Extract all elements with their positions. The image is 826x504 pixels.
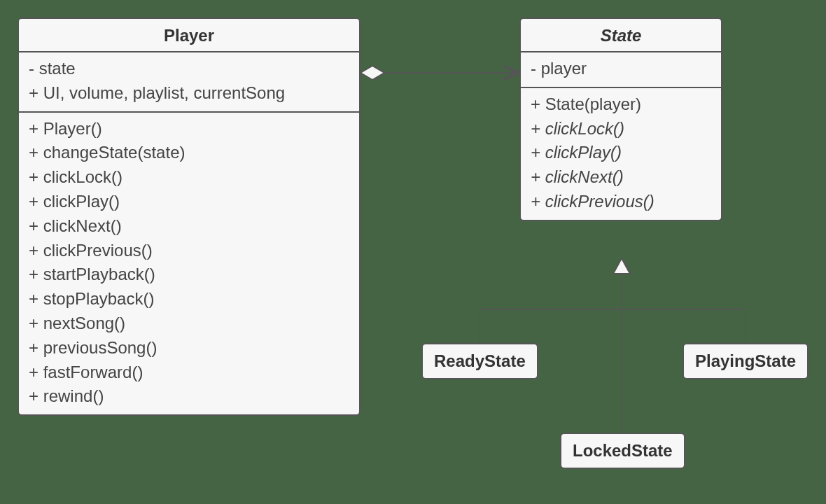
player-method: + stopPlayback() [29, 287, 349, 312]
player-attr: - state [29, 57, 349, 81]
player-methods: + Player() + changeState(state) + clickL… [19, 113, 359, 415]
player-method: + previousSong() [29, 336, 349, 360]
player-method: + clickPlay() [29, 190, 349, 214]
player-title: Player [19, 19, 359, 52]
state-method: + clickLock() [531, 117, 711, 141]
player-method: + Player() [29, 117, 349, 141]
state-method: + clickPrevious() [531, 190, 711, 214]
svg-marker-1 [360, 66, 384, 80]
state-title: State [521, 19, 721, 52]
player-method: + changeState(state) [29, 141, 349, 165]
player-method: + clickLock() [29, 165, 349, 190]
state-method: + clickPlay() [531, 141, 711, 165]
player-attr: + UI, volume, playlist, currentSong [29, 81, 349, 106]
player-method: + nextSong() [29, 312, 349, 336]
state-method: + State(player) [531, 92, 711, 117]
state-class-box: State - player + State(player) + clickLo… [519, 18, 722, 221]
player-attributes: - state + UI, volume, playlist, currentS… [19, 52, 359, 113]
playingstate-box: PlayingState [682, 343, 808, 379]
state-attributes: - player [521, 52, 721, 88]
state-attr: - player [531, 57, 711, 81]
player-method: + fastForward() [29, 360, 349, 385]
player-class-box: Player - state + UI, volume, playlist, c… [18, 18, 360, 416]
readystate-box: ReadyState [421, 343, 538, 379]
player-method: + clickPrevious() [29, 239, 349, 263]
player-method: + startPlayback() [29, 262, 349, 287]
state-methods: + State(player) + clickLock() + clickPla… [521, 88, 721, 220]
lockedstate-box: LockedState [560, 433, 685, 469]
state-method: + clickNext() [531, 165, 711, 190]
player-method: + clickNext() [29, 214, 349, 239]
svg-marker-2 [613, 258, 630, 274]
player-method: + rewind() [29, 384, 349, 409]
